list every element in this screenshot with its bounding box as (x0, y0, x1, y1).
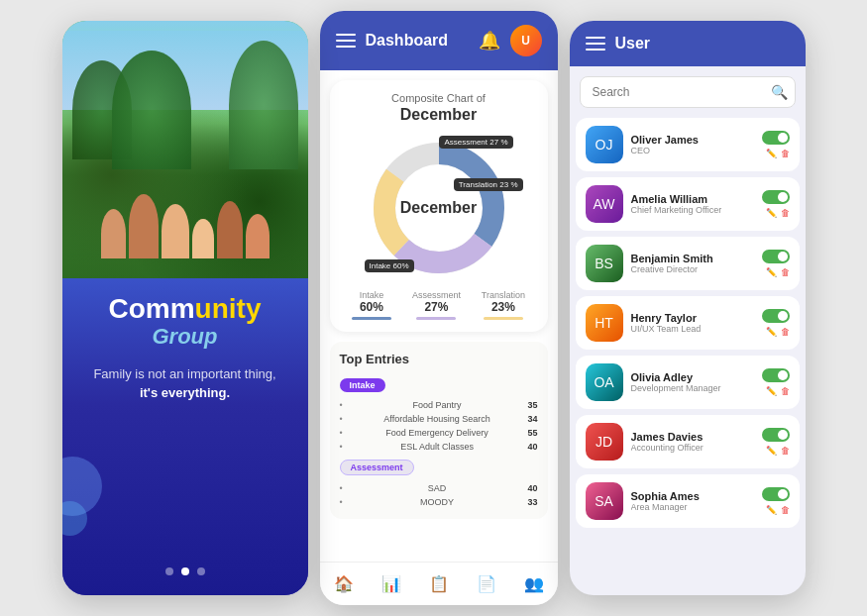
legend-bar-translation (484, 317, 523, 320)
toggle-henry[interactable] (762, 309, 790, 323)
assessment-badge: Assessment (340, 460, 414, 475)
chart-title: December (342, 106, 536, 124)
chart-card: Composite Chart of December December Ass… (330, 80, 548, 332)
chart-icon: 📊 (381, 574, 401, 593)
dot-2[interactable] (181, 567, 189, 575)
chart-legend: Intake 60% Assessment 27% Translation 23… (342, 290, 536, 320)
user-panel-title: User (615, 35, 651, 52)
user-item-james: JD James Davies Accounting Officer ✏️ 🗑 (576, 415, 800, 468)
edit-sophia[interactable]: ✏️ (766, 505, 777, 515)
user-role-sophia: Area Manager (631, 502, 754, 512)
entry-sad: SAD40 (340, 481, 538, 495)
nav-doc[interactable]: 📄 (469, 570, 504, 597)
edit-oliver[interactable]: ✏️ (766, 149, 777, 158)
delete-olivia[interactable]: 🗑 (781, 386, 790, 396)
legend-bar-intake (352, 317, 391, 320)
dashboard-content: Composite Chart of December December Ass… (320, 70, 558, 562)
user-menu-icon[interactable] (586, 37, 605, 51)
toggle-oliver[interactable] (762, 131, 790, 145)
nav-home[interactable]: 🏠 (326, 570, 362, 597)
user-role-james: Accounting Officer (631, 443, 754, 453)
intake-label: Intake 60% (365, 259, 414, 272)
user-name-henry: Henry Taylor (631, 312, 754, 324)
user-role-benjamin: Creative Director (631, 264, 754, 274)
dashboard-panel: Dashboard U Composite Chart of December … (320, 11, 558, 605)
user-actions-oliver: ✏️ 🗑 (762, 131, 790, 158)
list-icon: 📋 (429, 574, 449, 593)
avatar-sophia: SA (586, 482, 623, 520)
user-role-oliver: CEO (631, 146, 754, 155)
legend-intake: Intake 60% (352, 290, 391, 320)
delete-oliver[interactable]: 🗑 (781, 149, 790, 158)
entry-housing: Affordable Housing Search34 (340, 412, 538, 426)
user-name-benjamin: Benjamin Smith (631, 253, 754, 264)
user-item-sophia: SA Sophia Ames Area Manager ✏️ 🗑 (576, 474, 800, 528)
user-panel: User 🔍 OJ Oliver James CEO ✏️ 🗑 AW Ameli… (570, 21, 806, 595)
user-name-olivia: Olivia Adley (631, 371, 754, 383)
nav-chart[interactable]: 📊 (374, 570, 409, 597)
dashboard-title: Dashboard (366, 32, 469, 50)
intake-badge: Intake (340, 378, 385, 392)
user-avatar[interactable]: U (510, 25, 542, 56)
delete-james[interactable]: 🗑 (781, 446, 790, 456)
panel1-bottom-section: Community Group Family is not an importa… (62, 278, 308, 595)
avatar-amelia: AW (586, 185, 623, 223)
legend-translation: Translation 23% (482, 290, 525, 320)
edit-henry[interactable]: ✏️ (766, 327, 777, 337)
bottom-navbar: 🏠 📊 📋 📄 👥 (320, 562, 558, 605)
edit-benjamin[interactable]: ✏️ (766, 267, 777, 277)
brand-logo: Community Group (108, 294, 261, 349)
avatar-olivia: OA (586, 363, 623, 401)
user-item-olivia: OA Olivia Adley Development Manager ✏️ 🗑 (576, 356, 800, 409)
edit-amelia[interactable]: ✏️ (766, 208, 777, 218)
delete-henry[interactable]: 🗑 (781, 327, 790, 337)
toggle-olivia[interactable] (762, 368, 790, 382)
toggle-amelia[interactable] (762, 190, 790, 204)
user-item-benjamin: BS Benjamin Smith Creative Director ✏️ 🗑 (576, 237, 800, 290)
delete-sophia[interactable]: 🗑 (781, 505, 790, 515)
user-info-benjamin: Benjamin Smith Creative Director (631, 253, 754, 274)
search-bar: 🔍 (580, 76, 796, 108)
dot-3[interactable] (197, 567, 205, 575)
user-name-amelia: Amelia William (631, 193, 754, 205)
delete-benjamin[interactable]: 🗑 (781, 267, 790, 277)
search-button[interactable]: 🔍 (771, 84, 788, 100)
entry-food-pantry: Food Pantry35 (340, 398, 538, 412)
home-icon: 🏠 (334, 574, 354, 593)
toggle-james[interactable] (762, 428, 790, 442)
search-input[interactable] (580, 76, 796, 108)
user-actions-henry: ✏️ 🗑 (762, 309, 790, 337)
user-list: OJ Oliver James CEO ✏️ 🗑 AW Amelia Willi… (570, 118, 806, 595)
donut-chart: December Assessment 27 % Translation 23 … (365, 134, 513, 282)
entries-title: Top Entries (340, 352, 538, 366)
user-info-james: James Davies Accounting Officer (631, 431, 754, 453)
dot-1[interactable] (165, 567, 173, 575)
avatar-henry: HT (586, 304, 623, 342)
nav-list[interactable]: 📋 (421, 570, 457, 597)
user-role-olivia: Development Manager (631, 383, 754, 393)
user-actions-james: ✏️ 🗑 (762, 428, 790, 456)
user-name-oliver: Oliver James (631, 134, 754, 146)
user-actions-benjamin: ✏️ 🗑 (762, 250, 790, 277)
user-role-amelia: Chief Marketing Officer (631, 205, 754, 215)
tagline: Family is not an important thing, it's e… (93, 364, 275, 403)
legend-assessment: Assessment 27% (412, 290, 461, 320)
menu-icon[interactable] (336, 34, 356, 48)
nav-users[interactable]: 👥 (516, 570, 552, 597)
toggle-benjamin[interactable] (762, 250, 790, 263)
toggle-sophia[interactable] (762, 487, 790, 501)
user-info-sophia: Sophia Ames Area Manager (631, 490, 754, 512)
user-item-amelia: AW Amelia William Chief Marketing Office… (576, 177, 800, 231)
avatar-james: JD (586, 423, 623, 461)
edit-james[interactable]: ✏️ (766, 446, 777, 456)
avatar-benjamin: BS (586, 245, 623, 282)
translation-label: Translation 23 % (454, 178, 523, 191)
user-info-olivia: Olivia Adley Development Manager (631, 371, 754, 393)
user-actions-amelia: ✏️ 🗑 (762, 190, 790, 218)
user-name-sophia: Sophia Ames (631, 490, 754, 502)
donut-center-label: December (400, 199, 477, 217)
delete-amelia[interactable]: 🗑 (781, 208, 790, 218)
user-info-amelia: Amelia William Chief Marketing Officer (631, 193, 754, 215)
edit-olivia[interactable]: ✏️ (766, 386, 777, 396)
notification-icon[interactable] (479, 30, 500, 51)
